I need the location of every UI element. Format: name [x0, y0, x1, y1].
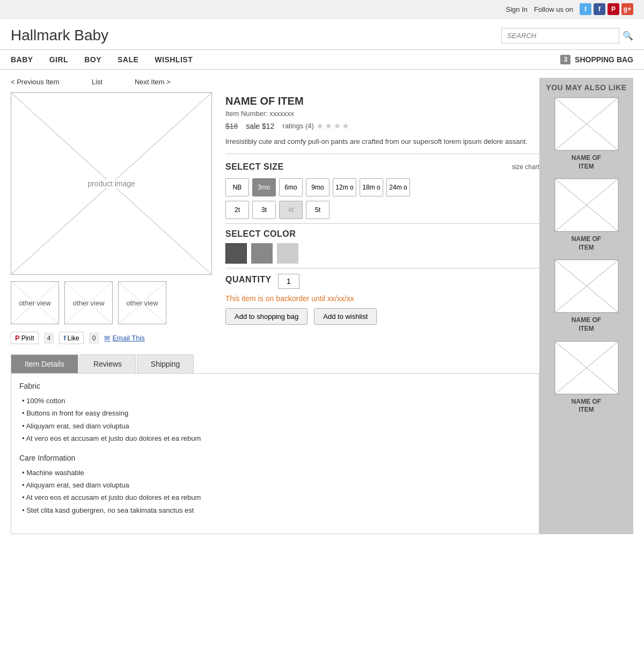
size-4t[interactable]: 4t [279, 201, 303, 219]
star-2: ★ [325, 121, 332, 131]
nav-item-sale[interactable]: SALE [118, 50, 138, 69]
size-6mo[interactable]: 6mo [279, 178, 303, 196]
email-this-link[interactable]: ✉ Email This [104, 334, 144, 342]
nav-item-boy[interactable]: BOY [84, 50, 101, 69]
google-icon[interactable]: g+ [621, 3, 633, 15]
other-view-1[interactable]: other view [11, 281, 59, 324]
next-item-link[interactable]: Next Item > [135, 78, 171, 86]
fb-like-label: Like [68, 334, 79, 342]
color-swatch-1[interactable] [225, 243, 247, 264]
fb-icon: f [63, 334, 65, 342]
product-top: product image other view [11, 92, 539, 352]
sidebar-item-2[interactable]: NAME OFITEM [545, 178, 628, 252]
nav-item-wishlist[interactable]: WISHLIST [155, 50, 193, 69]
color-section: SELECT COLOR [225, 223, 539, 264]
care-list: Machine washable Aliquyam erat, sed diam… [19, 467, 531, 517]
tab-shipping[interactable]: Shipping [137, 354, 194, 373]
add-to-wishlist-button[interactable]: Add to wishlist [314, 308, 377, 325]
size-2t[interactable]: 2t [225, 201, 249, 219]
add-to-cart-button[interactable]: Add to shopping bag [225, 308, 308, 325]
tab-reviews[interactable]: Reviews [79, 354, 136, 373]
email-label: Email This [112, 334, 144, 342]
sidebar-item-4[interactable]: NAME OFITEM [545, 341, 628, 414]
cart-area[interactable]: 3 SHOPPING BAG [560, 55, 633, 64]
care-item-1: Machine washable [22, 467, 531, 479]
nav-item-girl[interactable]: GIRL [49, 50, 68, 69]
main-content: < Previous Item List Next Item > product… [0, 70, 644, 542]
navigation: BABY GIRL BOY SALE WISHLIST 3 SHOPPING B… [0, 49, 644, 70]
product-details: NAME OF ITEM Item Number: xxxxxxx $18 sa… [225, 92, 539, 352]
fb-count: 0 [89, 333, 99, 344]
size-chart-link[interactable]: size chart [512, 163, 539, 171]
fabric-item-2: Buttons in front for easy dressing [22, 407, 531, 419]
size-section: SELECT SIZE size chart NB 3mo 6mo 9mo 12… [225, 162, 539, 219]
size-grid-2: 2t 3t 4t 5t [225, 201, 539, 219]
size-3mo[interactable]: 3mo [252, 178, 276, 196]
size-12mo[interactable]: 12m o [333, 178, 356, 196]
brand-title: Hallmark Baby [11, 27, 108, 44]
pinterest-icon[interactable]: P [608, 3, 619, 15]
tab-content: Fabric 100% cotton Buttons in front for … [11, 373, 539, 534]
email-icon: ✉ [104, 334, 110, 342]
size-24mo[interactable]: 24m o [386, 178, 410, 196]
product-description: Irresistibly cute and comfy pull-on pant… [225, 136, 539, 154]
sign-in-link[interactable]: Sign In [506, 5, 528, 13]
pin-count: 4 [44, 333, 54, 344]
price-original: $18 [225, 122, 238, 130]
sidebar-item-4-name: NAME OFITEM [545, 398, 628, 414]
star-1: ★ [316, 121, 324, 131]
fabric-item-3: Aliquyam erat, sed diam voluptua [22, 420, 531, 432]
care-item-4: Stet clita kasd gubergren, no sea takima… [22, 504, 531, 516]
product-section: < Previous Item List Next Item > product… [11, 78, 539, 534]
size-grid: NB 3mo 6mo 9mo 12m o 18m o 24m o [225, 178, 539, 196]
header: Hallmark Baby 🔍 [0, 19, 644, 49]
social-icons-group: t f P g+ [580, 3, 633, 15]
twitter-icon[interactable]: t [580, 3, 591, 15]
size-3t[interactable]: 3t [252, 201, 276, 219]
product-image-area: product image other view [11, 92, 215, 352]
size-9mo[interactable]: 9mo [306, 178, 330, 196]
other-view-3[interactable]: other view [118, 281, 166, 324]
quantity-label: QUANTITY [225, 275, 272, 285]
sidebar-img-4 [554, 341, 619, 395]
top-bar: Sign In Follow us on t f P g+ [0, 0, 644, 19]
other-view-2[interactable]: other view [64, 281, 113, 324]
price-rating: $18 sale $12 ratings (4) ★ ★ ★ ★ [225, 121, 539, 131]
product-name: NAME OF ITEM [225, 95, 539, 107]
select-color-label: SELECT COLOR [225, 229, 296, 238]
select-size-label: SELECT SIZE [225, 162, 284, 172]
star-3: ★ [333, 121, 341, 131]
backorder-message: This item is on backorder until xx/xx/xx [225, 294, 539, 303]
social-share: P PinIt 4 f Like 0 ✉ Email This [11, 332, 215, 344]
color-swatch-2[interactable] [251, 243, 273, 264]
size-18mo[interactable]: 18m o [360, 178, 383, 196]
cart-count: 3 [560, 55, 570, 64]
size-5t[interactable]: 5t [306, 201, 330, 219]
sidebar-item-3[interactable]: NAME OFITEM [545, 259, 628, 333]
tab-item-details[interactable]: Item Details [11, 354, 78, 373]
sidebar: YOU MAY ALSO LIKE NAME OFITEM NAME OFITE… [539, 78, 633, 534]
size-NB[interactable]: NB [225, 178, 249, 196]
color-swatch-3[interactable] [277, 243, 298, 264]
care-item-3: At vero eos et accusam et justo duo dolo… [22, 491, 531, 504]
pinterest-pin-button[interactable]: P PinIt [11, 332, 39, 344]
nav-left: BABY GIRL BOY SALE WISHLIST [11, 50, 193, 69]
list-link[interactable]: List [92, 78, 103, 86]
fabric-item-4: At vero eos et accusam et justo duo dolo… [22, 432, 531, 445]
prev-item-link[interactable]: < Previous Item [11, 78, 60, 86]
product-image: product image [11, 92, 212, 275]
care-title: Care Information [19, 454, 531, 462]
nav-item-baby[interactable]: BABY [11, 50, 33, 69]
facebook-icon[interactable]: f [594, 3, 605, 15]
stars: ★ ★ ★ ★ [316, 121, 349, 131]
action-buttons: Add to shopping bag Add to wishlist [225, 308, 539, 325]
search-input[interactable] [501, 28, 619, 43]
pin-icon: P [15, 334, 20, 342]
sidebar-item-3-name: NAME OFITEM [545, 316, 628, 333]
facebook-like-button[interactable]: f Like [59, 332, 83, 344]
sidebar-item-1[interactable]: NAME OFITEM [545, 97, 628, 171]
tabs-section: Item Details Reviews Shipping Fabric 100… [11, 354, 539, 534]
search-button[interactable]: 🔍 [623, 31, 633, 41]
quantity-input[interactable] [278, 274, 299, 289]
sidebar-title: YOU MAY ALSO LIKE [545, 83, 628, 92]
